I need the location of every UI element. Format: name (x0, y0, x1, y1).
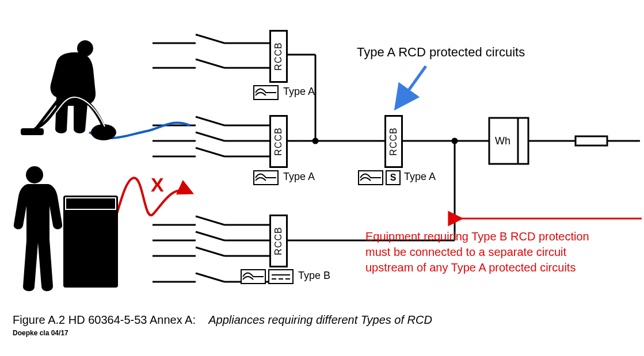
svg-line-34 (196, 232, 224, 240)
type-a-label-main: Type A (404, 171, 436, 183)
dc-icon (268, 269, 294, 284)
wrong-x-icon: X (151, 174, 164, 196)
title-type-a: Type A RCD protected circuits (357, 45, 525, 60)
wave-icon (241, 269, 266, 284)
wave-icon (253, 85, 279, 100)
svg-line-31 (196, 216, 224, 225)
blue-arrow-icon (397, 66, 426, 106)
svg-point-48 (26, 166, 43, 183)
rccb-top: RCCB (269, 30, 288, 83)
wave-icon (253, 170, 279, 185)
svg-point-46 (91, 124, 116, 140)
svg-line-25 (196, 132, 224, 141)
rccb-label: RCCB (273, 42, 284, 70)
rccb-middle: RCCB (269, 115, 288, 168)
selective-s-icon: S (386, 170, 401, 185)
svg-rect-1 (576, 136, 607, 146)
credit: Doepke cla 04/17 (13, 329, 68, 337)
caption-italic: Appliances requiring different Types of … (208, 313, 432, 326)
svg-line-28 (196, 148, 224, 156)
svg-line-22 (196, 117, 224, 125)
note-red-line1: Equipment requiring Type B RCD protectio… (365, 229, 644, 244)
rccb-label: RCCB (273, 227, 284, 255)
note-red-line2: must be connected to a separate circuit (365, 244, 644, 260)
meter-label: Wh (495, 135, 510, 147)
diagram-stage: RCCB RCCB RCCB RCCB Wh Type A Type A S T… (0, 0, 644, 356)
type-a-label-1: Type A (283, 86, 315, 98)
caption-prefix: Figure A.2 HD 60364-5-53 Annex A: (13, 313, 196, 326)
person-washer-icon (6, 161, 127, 299)
type-b-label: Type B (298, 270, 330, 282)
rccb-label: RCCB (273, 127, 284, 155)
rccb-main: RCCB (384, 115, 403, 168)
type-a-label-2: Type A (283, 171, 315, 183)
note-red: Equipment requiring Type B RCD protectio… (365, 229, 644, 275)
svg-line-37 (196, 247, 224, 256)
rccb-bottom: RCCB (269, 215, 288, 267)
wave-icon (358, 170, 383, 185)
svg-line-19 (196, 59, 224, 68)
svg-rect-50 (66, 198, 116, 209)
figure-caption: Figure A.2 HD 60364-5-53 Annex A: Applia… (13, 313, 432, 327)
note-red-line3: upstream of any Type A protected circuit… (365, 260, 644, 275)
person-vacuum-icon (17, 32, 132, 147)
svg-line-16 (196, 35, 224, 43)
svg-line-40 (196, 273, 224, 282)
rccb-label: RCCB (388, 127, 399, 155)
svg-rect-47 (21, 128, 44, 135)
